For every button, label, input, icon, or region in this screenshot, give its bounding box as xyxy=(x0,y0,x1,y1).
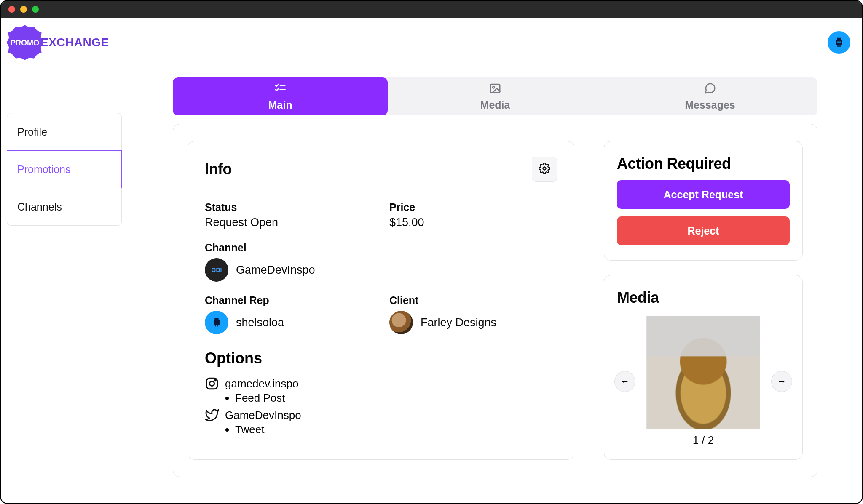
instagram-icon xyxy=(205,376,219,391)
svg-rect-2 xyxy=(837,37,841,40)
sidebar-item-profile[interactable]: Profile xyxy=(7,113,122,151)
options-list: gamedev.inspo Feed Post GameDevInspo xyxy=(205,376,557,436)
status-value: Request Open xyxy=(205,216,373,229)
chat-icon xyxy=(704,82,716,97)
status-label: Status xyxy=(205,201,373,213)
carousel-prev-button[interactable]: ← xyxy=(614,371,635,392)
channel-avatar-text: GDI xyxy=(212,267,222,273)
media-thumbnail[interactable] xyxy=(646,316,760,429)
accept-button[interactable]: Accept Request xyxy=(617,180,790,209)
tab-label: Media xyxy=(480,99,510,111)
svg-point-11 xyxy=(493,86,494,88)
tab-messages[interactable]: Messages xyxy=(603,77,817,115)
sidebar-item-channels[interactable]: Channels xyxy=(7,188,122,226)
sidebar: Profile Promotions Channels xyxy=(1,67,128,503)
svg-rect-10 xyxy=(490,84,500,93)
media-carousel: ← → 1 / 2 xyxy=(617,316,790,447)
svg-point-19 xyxy=(214,380,216,381)
svg-rect-13 xyxy=(214,318,218,320)
carousel-next-button[interactable]: → xyxy=(771,371,792,392)
main-area: Profile Promotions Channels Main xyxy=(1,67,862,503)
rep-field: Channel Rep shelsoloa xyxy=(205,294,373,334)
tab-label: Main xyxy=(268,99,292,111)
option-sub: Tweet xyxy=(235,423,557,436)
brand-logo[interactable]: PROMO EXCHANGE xyxy=(6,24,109,61)
media-card: Media ← → 1 / 2 xyxy=(604,275,803,460)
client-name: Farley Designs xyxy=(421,316,496,329)
gear-icon xyxy=(539,163,550,176)
rep-name: shelsoloa xyxy=(236,316,284,329)
action-card: Action Required Accept Request Reject xyxy=(604,141,803,261)
channel-avatar: GDI xyxy=(205,258,228,282)
window-minimize-dot[interactable] xyxy=(20,6,27,13)
option-twitter: GameDevInspo xyxy=(205,408,557,422)
topbar: PROMO EXCHANGE xyxy=(1,18,862,67)
checklist-icon xyxy=(274,82,287,97)
svg-rect-6 xyxy=(837,41,839,43)
client-field: Client Farley Designs xyxy=(389,294,557,334)
svg-point-12 xyxy=(543,167,546,170)
media-pager: 1 / 2 xyxy=(693,434,714,447)
svg-rect-7 xyxy=(839,41,841,43)
price-value: $15.00 xyxy=(389,216,557,229)
tab-label: Messages xyxy=(685,99,735,111)
option-handle: gamedev.inspo xyxy=(225,377,298,390)
action-title: Action Required xyxy=(617,155,790,173)
svg-rect-3 xyxy=(836,40,842,45)
user-avatar[interactable] xyxy=(828,31,850,54)
option-handle: GameDevInspo xyxy=(225,409,301,422)
detail-panel: Info xyxy=(173,124,817,477)
channel-name: GameDevInspo xyxy=(236,264,315,277)
client-avatar xyxy=(389,311,413,334)
svg-rect-5 xyxy=(839,45,841,47)
tab-bar: Main Media Message xyxy=(173,77,817,115)
media-title: Media xyxy=(617,289,790,307)
logo-badge-icon: PROMO xyxy=(6,24,44,61)
svg-rect-14 xyxy=(214,320,220,325)
status-field: Status Request Open xyxy=(205,201,373,229)
svg-text:PROMO: PROMO xyxy=(11,39,39,47)
app-window: PROMO EXCHANGE Profile Promotions Channe… xyxy=(0,0,863,504)
option-instagram: gamedev.inspo xyxy=(205,376,557,391)
arrow-right-icon: → xyxy=(777,376,786,387)
content: Main Media Message xyxy=(128,67,862,503)
sidebar-item-label: Promotions xyxy=(17,163,70,176)
options-title: Options xyxy=(205,349,557,367)
arrow-left-icon: ← xyxy=(620,376,630,387)
image-icon xyxy=(489,82,501,97)
svg-rect-15 xyxy=(215,325,216,327)
tab-main[interactable]: Main xyxy=(173,77,388,115)
price-field: Price $15.00 xyxy=(389,201,557,229)
channel-label: Channel xyxy=(205,242,557,254)
info-settings-button[interactable] xyxy=(532,157,557,182)
svg-point-18 xyxy=(209,381,214,386)
svg-rect-16 xyxy=(217,325,218,327)
rep-avatar xyxy=(205,311,228,334)
info-card: Info xyxy=(188,141,574,460)
sidebar-item-label: Profile xyxy=(17,126,47,138)
tab-media[interactable]: Media xyxy=(388,77,603,115)
sidebar-item-label: Channels xyxy=(17,201,62,213)
mac-titlebar xyxy=(1,1,862,18)
window-close-dot[interactable] xyxy=(8,6,15,13)
price-label: Price xyxy=(389,201,557,213)
svg-rect-4 xyxy=(837,45,839,47)
reject-button[interactable]: Reject xyxy=(617,216,790,245)
client-label: Client xyxy=(389,294,557,307)
sidebar-item-promotions[interactable]: Promotions xyxy=(7,150,122,188)
rep-label: Channel Rep xyxy=(205,294,373,307)
window-zoom-dot[interactable] xyxy=(32,6,39,13)
twitter-icon xyxy=(205,408,219,422)
channel-field: Channel GDI GameDevInspo xyxy=(205,242,557,282)
brand-text: EXCHANGE xyxy=(40,36,109,49)
info-title: Info xyxy=(205,160,232,178)
option-sub: Feed Post xyxy=(235,392,557,405)
